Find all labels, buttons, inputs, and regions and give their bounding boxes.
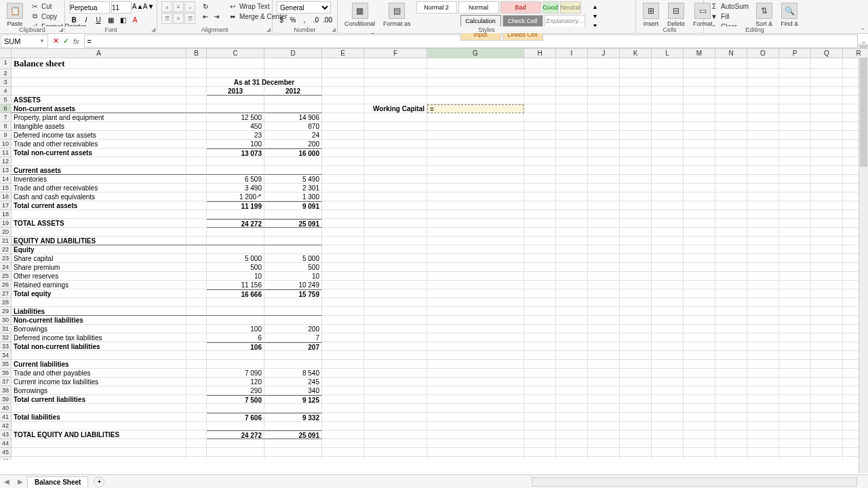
cell-K3[interactable]: [620, 78, 652, 87]
cell-O27[interactable]: [747, 289, 779, 298]
cell-G7[interactable]: [427, 113, 524, 122]
cell-M12[interactable]: [684, 157, 715, 166]
cell-O20[interactable]: [747, 228, 779, 237]
cell-G1[interactable]: [427, 58, 524, 69]
cell-N29[interactable]: [715, 307, 747, 316]
cell-B20[interactable]: [186, 228, 207, 237]
cell-D8[interactable]: 870: [264, 122, 322, 131]
cell-A44[interactable]: [12, 439, 186, 448]
autosum-button[interactable]: ΣAutoSum: [708, 1, 750, 11]
cell-H14[interactable]: [524, 175, 556, 184]
cell-E16[interactable]: [322, 192, 364, 201]
cell-Q42[interactable]: [811, 422, 843, 430]
cell-N34[interactable]: [715, 351, 747, 360]
cell-C5[interactable]: [207, 96, 264, 104]
cell-N21[interactable]: [715, 237, 747, 245]
select-all-corner[interactable]: [0, 49, 12, 58]
cell-L17[interactable]: [652, 201, 684, 210]
cell-H30[interactable]: [524, 316, 556, 325]
cell-L21[interactable]: [652, 237, 684, 245]
cell-A40[interactable]: [12, 404, 186, 413]
cell-G30[interactable]: [427, 316, 524, 325]
cell-D1[interactable]: [264, 58, 322, 69]
cell-P39[interactable]: [779, 395, 811, 404]
cell-Q22[interactable]: [811, 245, 843, 254]
cell-P16[interactable]: [779, 192, 811, 201]
cell-C18[interactable]: [207, 210, 264, 219]
cell-O32[interactable]: [747, 333, 779, 342]
cell-D5[interactable]: [264, 96, 322, 104]
cell-G44[interactable]: [427, 439, 524, 448]
cell-G3[interactable]: [427, 78, 524, 87]
comma-button[interactable]: ,: [300, 15, 309, 24]
cell-D22[interactable]: [264, 245, 322, 254]
cell-P31[interactable]: [779, 325, 811, 333]
cell-E24[interactable]: [322, 263, 364, 272]
cell-A42[interactable]: [12, 422, 186, 430]
cell-D12[interactable]: [264, 157, 322, 166]
cell-I26[interactable]: [556, 281, 588, 289]
cell-A28[interactable]: [12, 298, 186, 307]
cell-D6[interactable]: [264, 104, 322, 113]
cell-C19[interactable]: 24 272: [207, 219, 264, 228]
cell-C22[interactable]: [207, 245, 264, 254]
cell-B24[interactable]: [186, 263, 207, 272]
cell-C28[interactable]: [207, 298, 264, 307]
cell-Q5[interactable]: [811, 96, 843, 104]
cell-A8[interactable]: Intangible assets: [12, 122, 186, 131]
cell-C10[interactable]: 100: [207, 140, 264, 148]
col-header-B[interactable]: B: [186, 49, 207, 58]
row-header-3[interactable]: 3: [0, 78, 12, 87]
cell-F35[interactable]: [364, 360, 427, 369]
cell-M21[interactable]: [684, 237, 715, 245]
cell-D30[interactable]: [264, 316, 322, 325]
number-format-select[interactable]: General: [277, 1, 331, 14]
cell-H26[interactable]: [524, 281, 556, 289]
cell-N45[interactable]: [715, 448, 747, 457]
cell-M16[interactable]: [684, 192, 715, 201]
cell-D42[interactable]: [264, 422, 322, 430]
styles-more-down[interactable]: ▾: [591, 11, 600, 20]
cell-E28[interactable]: [322, 298, 364, 307]
cell-C12[interactable]: [207, 157, 264, 166]
cell-M40[interactable]: [684, 404, 715, 413]
cell-C3[interactable]: As at 31 December: [207, 78, 322, 87]
cell-Q27[interactable]: [811, 289, 843, 298]
cell-N23[interactable]: [715, 254, 747, 263]
cell-G27[interactable]: [427, 289, 524, 298]
cell-H15[interactable]: [524, 184, 556, 192]
cell-E36[interactable]: [322, 369, 364, 378]
cell-G43[interactable]: [427, 430, 524, 439]
cell-N12[interactable]: [715, 157, 747, 166]
cell-K28[interactable]: [620, 298, 652, 307]
cell-G24[interactable]: [427, 263, 524, 272]
cell-D32[interactable]: 7: [264, 333, 322, 342]
cell-Q25[interactable]: [811, 272, 843, 281]
cell-A4[interactable]: [12, 87, 186, 96]
cell-A29[interactable]: Liabilities: [12, 307, 186, 316]
cell-F25[interactable]: [364, 272, 427, 281]
cell-B36[interactable]: [186, 369, 207, 378]
cell-K21[interactable]: [620, 237, 652, 245]
cell-P21[interactable]: [779, 237, 811, 245]
cell-K40[interactable]: [620, 404, 652, 413]
cell-K10[interactable]: [620, 140, 652, 148]
cell-I39[interactable]: [556, 395, 588, 404]
cell-G26[interactable]: [427, 281, 524, 289]
style-normal[interactable]: Normal: [458, 1, 499, 14]
cell-C29[interactable]: [207, 307, 264, 316]
cell-C23[interactable]: 5 000: [207, 254, 264, 263]
cell-L29[interactable]: [652, 307, 684, 316]
cell-D26[interactable]: 10 249: [264, 281, 322, 289]
cell-K41[interactable]: [620, 413, 652, 422]
cell-I24[interactable]: [556, 263, 588, 272]
cell-E42[interactable]: [322, 422, 364, 430]
cell-H40[interactable]: [524, 404, 556, 413]
cell-A33[interactable]: Total non-current liabilities: [12, 342, 186, 351]
styles-more-up[interactable]: ▴: [591, 1, 600, 11]
cell-C42[interactable]: [207, 422, 264, 430]
cell-O10[interactable]: [747, 140, 779, 148]
cell-I16[interactable]: [556, 192, 588, 201]
cell-E40[interactable]: [322, 404, 364, 413]
cell-I14[interactable]: [556, 175, 588, 184]
